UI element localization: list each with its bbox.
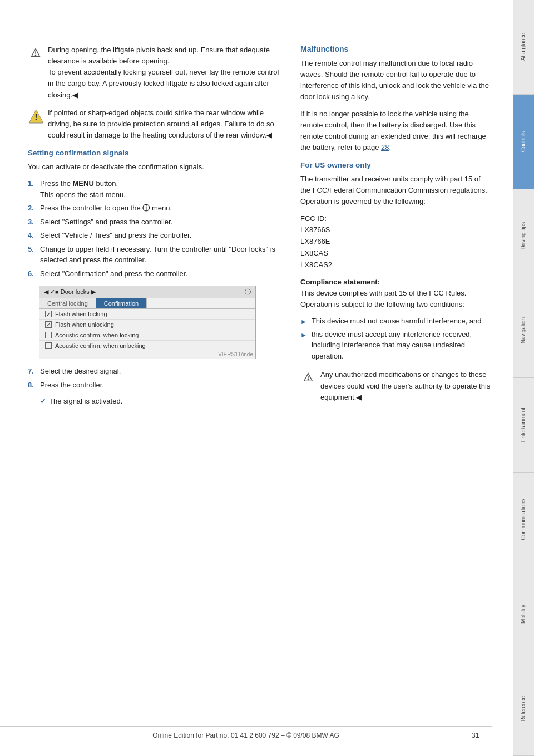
screen-row-3: Acoustic confirm. when locking	[39, 330, 255, 341]
screen-tab-central: Central locking	[39, 298, 96, 308]
fcc-id-item-0: FCC ID:	[300, 213, 491, 225]
us-owners-section: For US owners only The transmitter and r…	[300, 161, 491, 403]
setting-heading: Setting confirmation signals	[28, 149, 284, 157]
sidebar-label-mobility: Mobility	[520, 605, 527, 624]
sidebar-label-at-a-glance: At a glance	[520, 33, 527, 61]
screen-caption: VIERS11/inde	[39, 351, 255, 359]
sidebar-item-entertainment[interactable]: Entertainment	[513, 378, 534, 473]
checkmark-icon: ✓	[40, 397, 46, 405]
malfunctions-section: Malfunctions The remote control may malf…	[300, 45, 491, 153]
screen-row-2: ✓ Flash when unlocking	[39, 320, 255, 330]
steps-list-after: 7. Select the desired signal. 8. Press t…	[28, 366, 284, 390]
page-footer: Online Edition for Part no. 01 41 2 600 …	[0, 726, 492, 739]
fcc-id-item-3: LX8CAS	[300, 248, 491, 259]
sidebar-label-driving-tips: Driving tips	[520, 222, 527, 249]
liftgate-notice-text: During opening, the liftgate pivots back…	[48, 45, 284, 101]
sidebar-item-reference[interactable]: Reference	[513, 661, 534, 756]
setting-section: Setting confirmation signals You can act…	[28, 149, 284, 405]
step-3: 3. Select "Settings" and press the contr…	[28, 217, 284, 228]
warning-box: ! If pointed or sharp-edged objects coul…	[28, 107, 284, 141]
footer-text: Online Edition for Part no. 01 41 2 600 …	[152, 732, 339, 739]
checkbox-4	[45, 342, 52, 349]
step-result: ✓ The signal is activated.	[40, 397, 284, 405]
page-ref-link[interactable]: 28	[381, 143, 389, 151]
step-2: 2. Press the controller to open the ⓘ me…	[28, 203, 284, 214]
notice-triangle-icon-2	[300, 370, 316, 384]
sidebar-label-controls: Controls	[520, 131, 527, 152]
svg-point-7	[308, 380, 308, 380]
malfunctions-heading: Malfunctions	[300, 45, 491, 53]
main-content: During opening, the liftgate pivots back…	[0, 0, 513, 756]
fcc-id-list: FCC ID: LX8766S LX8766E LX8CAS LX8CAS2	[300, 213, 491, 271]
setting-intro: You can activate or deactivate the confi…	[28, 161, 284, 173]
left-column: During opening, the liftgate pivots back…	[28, 45, 284, 410]
step-6: 6. Select "Confirmation" and press the c…	[28, 268, 284, 279]
step-5: 5. Change to upper field if necessary. T…	[28, 244, 284, 266]
screen-row-4: Acoustic confirm. when unlocking	[39, 341, 255, 351]
screen-tab-confirmation: Confirmation	[96, 298, 147, 308]
sidebar-label-navigation: Navigation	[520, 317, 527, 343]
sidebar-label-reference: Reference	[520, 696, 527, 721]
sidebar-item-driving-tips[interactable]: Driving tips	[513, 189, 534, 284]
sidebar-item-communications[interactable]: Communications	[513, 473, 534, 567]
malfunctions-para1: The remote control may malfunction due t…	[300, 58, 491, 103]
checkbox-2: ✓	[45, 321, 52, 328]
right-column: Malfunctions The remote control may malf…	[300, 45, 491, 410]
bullet-item-2: ► this device must accept any interferen…	[300, 329, 491, 362]
sidebar-item-navigation[interactable]: Navigation	[513, 283, 534, 378]
warning-triangle-icon: !	[28, 109, 43, 123]
screen-info-icon: ⓘ	[245, 288, 251, 296]
step-4: 4. Select "Vehicle / Tires" and press th…	[28, 230, 284, 241]
malfunctions-para2: If it is no longer possible to lock the …	[300, 109, 491, 154]
screen-nav-left: ◀ ✓■ Door locks ▶	[44, 288, 96, 296]
checkbox-3	[45, 332, 52, 338]
unauthorized-notice: Any unauthorized modifications or change…	[300, 369, 491, 402]
screen-title-bar: ◀ ✓■ Door locks ▶ ⓘ	[39, 286, 255, 298]
step-7: 7. Select the desired signal.	[28, 366, 284, 377]
fcc-id-item-1: LX8766S	[300, 224, 491, 236]
warning-text: If pointed or sharp-edged objects could …	[48, 107, 284, 141]
sidebar-label-communications: Communications	[520, 499, 527, 540]
sidebar-label-entertainment: Entertainment	[520, 408, 527, 442]
steps-list: 1. Press the MENU button.This opens the …	[28, 178, 284, 279]
bullet-item-1: ► This device must not cause harmful int…	[300, 316, 491, 327]
svg-point-2	[35, 55, 36, 55]
sidebar-item-at-a-glance[interactable]: At a glance	[513, 0, 534, 95]
sidebar: At a glance Controls Driving tips Naviga…	[513, 0, 534, 756]
sidebar-item-mobility[interactable]: Mobility	[513, 567, 534, 662]
sidebar-item-controls[interactable]: Controls	[513, 95, 534, 189]
bullet-text-2: this device must accept any interference…	[312, 329, 491, 362]
screen-tab-bar: Central locking Confirmation	[39, 298, 255, 309]
step-1: 1. Press the MENU button.This opens the …	[28, 178, 284, 200]
bullet-arrow-1: ►	[300, 317, 307, 327]
liftgate-notice: During opening, the liftgate pivots back…	[28, 45, 284, 101]
triangle-icon	[28, 46, 43, 59]
compliance-heading-text: Compliance statement: This device compli…	[300, 277, 491, 310]
svg-text:!: !	[34, 112, 37, 122]
fcc-id-item-2: LX8766E	[300, 236, 491, 248]
us-owners-heading: For US owners only	[300, 161, 491, 169]
checkbox-1: ✓	[45, 311, 52, 317]
us-owners-para1: The transmitter and receiver units compl…	[300, 174, 491, 207]
screen-capture: ◀ ✓■ Door locks ▶ ⓘ Central locking Conf…	[39, 286, 256, 359]
fcc-id-item-4: LX8CAS2	[300, 259, 491, 271]
bullet-text-1: This device must not cause harmful inter…	[312, 316, 482, 327]
step-8: 8. Press the controller.	[28, 380, 284, 391]
unauthorized-notice-text: Any unauthorized modifications or change…	[320, 369, 491, 402]
bullet-arrow-2: ►	[300, 330, 307, 362]
result-text: The signal is activated.	[49, 397, 122, 405]
screen-row-1: ✓ Flash when locking	[39, 309, 255, 320]
